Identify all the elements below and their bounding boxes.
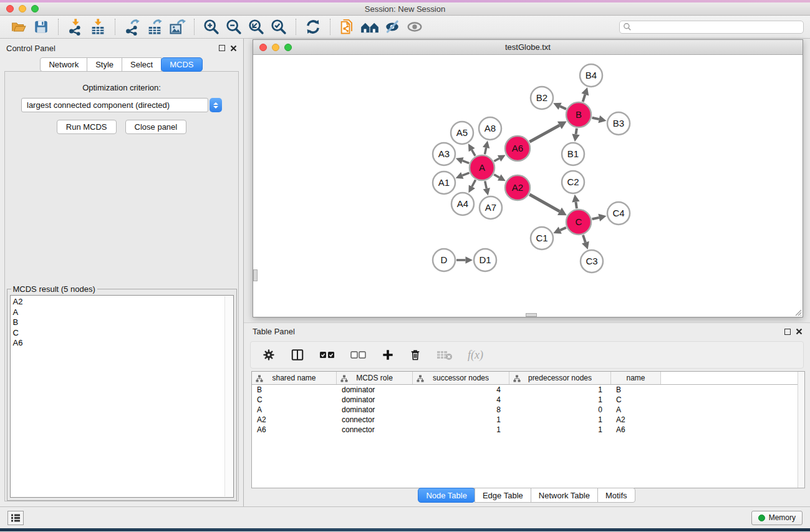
hide-graphics-details-icon[interactable]	[381, 17, 403, 36]
mcds-result-list[interactable]: A2ABCA6	[10, 295, 234, 498]
window-resize-grip[interactable]	[794, 308, 802, 316]
cell-name[interactable]: A2	[611, 415, 661, 425]
cell-shared-name[interactable]: A	[252, 405, 337, 415]
table-row[interactable]: Bdominator41B	[252, 385, 804, 395]
cell-name[interactable]: A6	[611, 425, 661, 435]
cell-predecessor-nodes[interactable]: 1	[509, 385, 611, 395]
cell-MCDS-role[interactable]: dominator	[337, 395, 413, 405]
table-settings-icon[interactable]	[262, 348, 276, 362]
cell-successor-nodes[interactable]: 1	[413, 425, 509, 435]
add-column-icon[interactable]	[382, 349, 394, 361]
zoom-out-icon[interactable]	[223, 17, 245, 36]
edge-B-B2[interactable]	[560, 106, 566, 109]
import-table-icon[interactable]	[87, 17, 109, 36]
cytoscape-home-icon[interactable]	[359, 17, 381, 36]
float-panel-icon[interactable]	[219, 45, 225, 51]
criterion-dropdown[interactable]: largest connected component (directed)	[21, 98, 222, 112]
cell-shared-name[interactable]: A6	[252, 425, 337, 435]
edge-B-B3[interactable]	[592, 118, 599, 119]
show-column-icon[interactable]	[291, 348, 304, 362]
column-header-MCDS-role[interactable]: MCDS role	[337, 372, 413, 384]
memory-button[interactable]: Memory	[751, 511, 803, 525]
column-header-name[interactable]: name	[611, 372, 661, 384]
zoom-selected-icon[interactable]	[268, 17, 290, 36]
import-network-icon[interactable]	[64, 17, 87, 36]
zoom-in-icon[interactable]	[200, 17, 223, 36]
tab-select[interactable]: Select	[122, 57, 162, 72]
network-graph[interactable]: B4B2BB3A8A5A6A3B1AC2A1A2A4A7C4CC1C3DD1	[253, 55, 803, 317]
tab-style[interactable]: Style	[87, 57, 122, 72]
export-network-icon[interactable]	[121, 17, 143, 36]
result-list-item[interactable]: A	[13, 307, 223, 318]
float-table-panel-icon[interactable]	[784, 329, 791, 335]
result-list-item[interactable]: C	[13, 328, 223, 339]
table-scrollbar[interactable]	[798, 372, 804, 488]
tab-edge-table[interactable]: Edge Table	[475, 488, 531, 503]
export-table-icon[interactable]	[143, 17, 166, 36]
result-list-item[interactable]: B	[13, 317, 223, 328]
cell-successor-nodes[interactable]: 8	[413, 405, 509, 415]
select-all-columns-icon[interactable]	[319, 350, 335, 360]
cell-predecessor-nodes[interactable]: 0	[509, 405, 611, 415]
table-row[interactable]: A6connector11A6	[252, 425, 804, 435]
dropdown-spinner-icon[interactable]	[210, 98, 222, 112]
export-image-icon[interactable]	[166, 17, 188, 36]
cell-successor-nodes[interactable]: 4	[413, 385, 509, 395]
cell-name[interactable]: C	[611, 395, 661, 405]
unselect-all-columns-icon[interactable]	[350, 350, 367, 360]
result-list-scrollbar[interactable]	[224, 296, 233, 496]
run-mcds-button[interactable]: Run MCDS	[57, 120, 117, 134]
tab-motifs[interactable]: Motifs	[597, 488, 635, 503]
edge-C-C1[interactable]	[560, 228, 566, 230]
cell-name[interactable]: A	[611, 405, 661, 415]
zoom-fit-icon[interactable]	[245, 17, 268, 36]
edge-A-A5[interactable]	[472, 150, 475, 156]
tab-node-table[interactable]: Node Table	[418, 488, 475, 503]
save-session-icon[interactable]	[30, 17, 52, 36]
edge-C-C4[interactable]	[592, 218, 599, 219]
horizontal-scrollbar-thumb[interactable]	[526, 313, 537, 317]
network-search-input[interactable]	[619, 21, 804, 34]
close-panel-icon[interactable]	[230, 45, 237, 52]
task-history-button[interactable]	[7, 511, 24, 525]
edge-A6-B[interactable]	[529, 125, 559, 142]
show-graphics-details-icon[interactable]	[403, 17, 426, 36]
edge-A-A1[interactable]	[462, 173, 469, 175]
edge-C-C3[interactable]	[583, 235, 586, 243]
cell-predecessor-nodes[interactable]: 1	[509, 395, 611, 405]
result-list-item[interactable]: A6	[13, 338, 223, 349]
column-header-successor-nodes[interactable]: successor nodes	[413, 372, 509, 384]
close-panel-button[interactable]: Close panel	[125, 120, 187, 134]
criterion-dropdown-value[interactable]: largest connected component (directed)	[21, 98, 208, 112]
network-canvas[interactable]: B4B2BB3A8A5A6A3B1AC2A1A2A4A7C4CC1C3DD1	[253, 55, 803, 317]
cell-predecessor-nodes[interactable]: 1	[509, 415, 611, 425]
table-row[interactable]: Adominator80A	[252, 405, 804, 415]
close-table-panel-icon[interactable]	[796, 328, 803, 335]
edge-B-B1[interactable]	[576, 128, 577, 135]
edge-A2-C[interactable]	[529, 195, 559, 211]
cell-shared-name[interactable]: C	[252, 395, 337, 405]
edge-A-A4[interactable]	[472, 180, 476, 186]
tab-network[interactable]: Network	[40, 57, 87, 72]
table-row[interactable]: Cdominator41C	[252, 395, 804, 405]
table-row[interactable]: A2connector11A2	[252, 415, 804, 425]
edge-B-B4[interactable]	[583, 94, 586, 102]
column-header-shared-name[interactable]: shared name	[252, 372, 337, 384]
cell-MCDS-role[interactable]: connector	[337, 415, 413, 425]
delete-table-icon[interactable]	[436, 349, 453, 360]
tab-mcds[interactable]: MCDS	[161, 57, 202, 72]
edge-A-A2[interactable]	[494, 175, 499, 178]
open-session-icon[interactable]	[7, 17, 30, 36]
tab-network-table[interactable]: Network Table	[531, 488, 598, 503]
edge-A-A8[interactable]	[485, 148, 486, 155]
cell-successor-nodes[interactable]: 1	[413, 415, 509, 425]
edge-A-A6[interactable]	[494, 158, 499, 161]
edge-C-C2[interactable]	[576, 202, 576, 209]
cell-shared-name[interactable]: B	[252, 385, 337, 395]
refresh-view-icon[interactable]	[302, 17, 324, 36]
function-builder-icon[interactable]: f(x)	[468, 349, 483, 362]
cell-predecessor-nodes[interactable]: 1	[509, 425, 611, 435]
new-network-from-file-icon[interactable]	[336, 17, 359, 36]
result-list-item[interactable]: A2	[13, 297, 223, 307]
cell-shared-name[interactable]: A2	[252, 415, 337, 425]
